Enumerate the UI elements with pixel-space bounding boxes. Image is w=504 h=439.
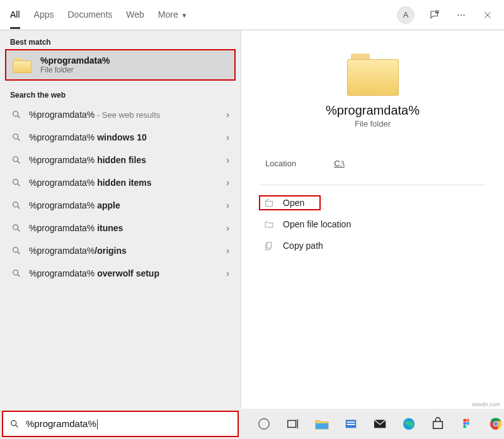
action-open-location[interactable]: Open file location [260,218,485,231]
feedback-icon[interactable] [428,9,441,21]
chevron-down-icon: ▼ [180,12,188,19]
chevron-right-icon: › [226,110,229,120]
best-match-item[interactable]: %programdata% File folder [6,50,234,79]
chevron-right-icon: › [226,132,229,142]
preview-pane: %programdata% File folder Location C:\ O… [241,30,504,409]
actions-list: Open Open file location Copy path [260,197,485,252]
chevron-right-icon: › [226,178,229,188]
web-result[interactable]: %programdata% apple › [0,194,241,217]
figma-icon[interactable] [459,416,475,432]
folder-icon-large [347,52,399,96]
best-match-title: %programdata% [40,55,110,66]
svg-point-3 [13,157,18,162]
chrome-icon[interactable] [488,416,504,432]
open-icon [264,198,274,208]
best-match-label: Best match [0,30,241,50]
folder-open-icon [264,219,274,229]
svg-point-5 [13,202,18,207]
best-match-subtitle: File folder [40,66,110,74]
taskview-icon[interactable] [285,416,301,432]
results-pane: Best match %programdata% File folder Sea… [0,30,241,409]
content: Best match %programdata% File folder Sea… [0,30,504,409]
search-icon [11,155,21,165]
web-result[interactable]: %programdata% hidden files › [0,149,241,171]
taskbar-icons [256,416,504,432]
app-icon[interactable] [343,416,359,432]
svg-rect-20 [433,421,443,428]
tab-apps[interactable]: Apps [34,1,54,29]
cortana-icon[interactable] [256,416,272,432]
header: All Apps Documents Web More ▼ A ··· [0,0,504,30]
svg-point-22 [466,419,469,422]
svg-point-11 [11,421,16,426]
search-icon [11,132,21,142]
search-icon [11,178,21,188]
web-result[interactable]: %programdata% - See web results › [0,103,241,126]
svg-point-23 [463,422,466,425]
search-input[interactable]: %programdata% [3,411,238,436]
search-icon [11,110,21,120]
search-icon [9,419,20,429]
action-open[interactable]: Open [260,197,319,209]
search-value: %programdata% [26,418,98,430]
tab-documents[interactable]: Documents [67,1,112,29]
web-result[interactable]: %programdata% hidden items › [0,171,241,194]
store-icon[interactable] [430,416,446,432]
svg-rect-10 [267,242,272,248]
location-value[interactable]: C:\ [334,159,345,168]
taskbar: %programdata% [0,409,504,439]
location-row: Location C:\ [260,155,485,185]
web-results: %programdata% - See web results › %progr… [0,103,241,285]
svg-point-21 [463,419,466,422]
search-icon [11,246,21,256]
search-web-label: Search the web [0,83,241,103]
svg-point-12 [259,419,270,430]
close-icon[interactable] [481,9,494,21]
web-result[interactable]: %programdata% windows 10 › [0,126,241,149]
header-right: A ··· [397,6,494,24]
chevron-right-icon: › [226,155,229,165]
svg-point-4 [13,180,18,185]
options-icon[interactable]: ··· [455,9,467,21]
copy-icon [264,241,274,251]
svg-rect-14 [316,423,328,429]
svg-point-6 [13,225,18,230]
tab-web[interactable]: Web [126,1,144,29]
chevron-right-icon: › [226,268,229,278]
explorer-icon[interactable] [314,416,330,432]
watermark: wsxdn.com [472,401,500,408]
action-copy-path[interactable]: Copy path [260,239,485,252]
chevron-right-icon: › [226,246,229,256]
mail-icon[interactable] [372,416,388,432]
svg-point-25 [463,425,466,428]
svg-rect-9 [266,201,273,206]
user-avatar[interactable]: A [397,6,415,24]
search-icon [11,200,21,210]
svg-rect-17 [347,424,355,425]
web-result[interactable]: %programdata%/origins › [0,239,241,262]
web-result[interactable]: %programdata% overwolf setup › [0,262,241,285]
tab-all[interactable]: All [10,1,20,29]
svg-rect-16 [347,421,355,423]
svg-point-28 [494,422,498,426]
svg-point-24 [466,422,469,425]
svg-point-7 [13,248,18,253]
folder-icon [13,57,32,73]
svg-rect-13 [288,421,296,428]
search-icon [11,268,21,278]
svg-point-8 [13,270,18,275]
preview-subtitle: File folder [260,119,485,128]
filter-tabs: All Apps Documents Web More ▼ [10,1,187,29]
chevron-right-icon: › [226,200,229,210]
tab-more[interactable]: More ▼ [158,1,188,29]
svg-point-1 [13,111,18,117]
svg-point-2 [13,134,18,139]
preview-title: %programdata% [260,103,485,118]
web-result[interactable]: %programdata% itunes › [0,217,241,239]
search-icon [11,223,21,233]
chevron-right-icon: › [226,223,229,233]
location-label: Location [265,159,296,168]
edge-icon[interactable] [401,416,417,432]
